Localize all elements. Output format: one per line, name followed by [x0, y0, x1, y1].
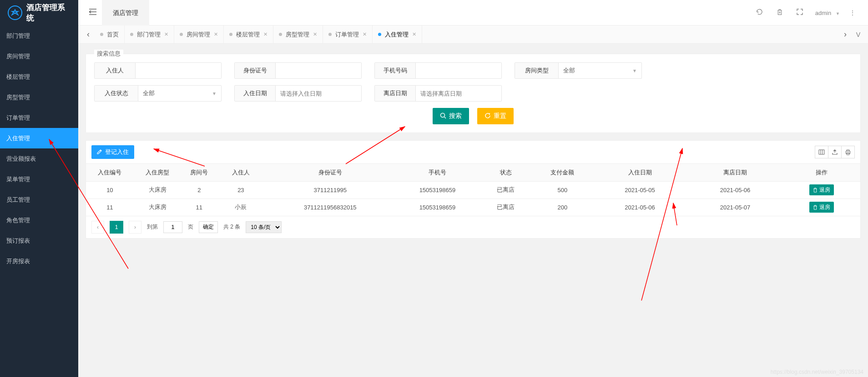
- brand-logo-icon: [7, 5, 23, 20]
- tab-label: 房型管理: [286, 31, 309, 39]
- trash-icon: [813, 188, 818, 193]
- page-size-select[interactable]: 10 条/页: [246, 221, 282, 233]
- sidebar-item-8[interactable]: 员工管理: [0, 189, 78, 210]
- page-tab-0[interactable]: 首页: [95, 25, 125, 44]
- tab-close-icon[interactable]: ✕: [164, 31, 168, 37]
- search-checkin-date: 入住日期: [234, 85, 362, 102]
- room-type-select[interactable]: 全部 ▼: [559, 63, 641, 78]
- tab-label: 入住管理: [385, 31, 409, 39]
- goto-label: 到第: [147, 223, 158, 231]
- status-select[interactable]: 全部 ▼: [138, 86, 221, 101]
- tab-next-icon[interactable]: ›: [839, 25, 852, 44]
- sidebar-item-9[interactable]: 角色管理: [0, 210, 78, 230]
- field-label: 入住状态: [95, 86, 138, 101]
- column-header: 操作: [783, 164, 860, 181]
- page-tab-1[interactable]: 部门管理✕: [125, 25, 174, 44]
- table-cell: 3711211995: [265, 181, 396, 199]
- sidebar-item-11[interactable]: 开房报表: [0, 251, 78, 271]
- column-header: 状态: [479, 164, 533, 181]
- sidebar-item-0[interactable]: 部门管理: [0, 25, 78, 46]
- register-checkin-button[interactable]: 登记入住: [91, 145, 134, 159]
- more-icon[interactable]: ⋮: [843, 9, 863, 16]
- fullscreen-icon[interactable]: [790, 9, 810, 16]
- tab-close-icon[interactable]: ✕: [214, 31, 218, 37]
- checkin-person-input[interactable]: [136, 63, 221, 78]
- goto-confirm-button[interactable]: 确定: [199, 221, 218, 233]
- column-header: 入住日期: [592, 164, 687, 181]
- page-tab-6[interactable]: 入住管理✕: [373, 25, 422, 44]
- content-area: 搜索信息 入住人 身份证号 手机号码 房间类型: [78, 44, 868, 377]
- sidebar-item-3[interactable]: 房型管理: [0, 87, 78, 107]
- table-cell: 2021-05-06: [687, 181, 782, 199]
- tab-label: 部门管理: [137, 31, 161, 39]
- user-name: admin: [812, 10, 834, 16]
- trash-icon[interactable]: [770, 9, 790, 17]
- search-legend: 搜索信息: [94, 50, 123, 58]
- column-header: 离店日期: [687, 164, 782, 181]
- chevron-down-icon: ▼: [212, 91, 217, 96]
- export-icon[interactable]: [828, 146, 842, 158]
- reset-button[interactable]: 重置: [477, 108, 514, 124]
- column-header: 入住人: [217, 164, 265, 181]
- edit-icon: [97, 149, 102, 156]
- field-label: 房间类型: [515, 63, 559, 78]
- sidebar-item-4[interactable]: 订单管理: [0, 107, 78, 128]
- phone-input[interactable]: [416, 63, 501, 78]
- tab-label: 房间管理: [187, 31, 210, 39]
- columns-icon[interactable]: [815, 146, 828, 158]
- search-button[interactable]: 搜索: [433, 108, 469, 124]
- column-header: 入住房型: [134, 164, 182, 181]
- refresh-icon[interactable]: [750, 9, 770, 17]
- tab-close-icon[interactable]: ✕: [313, 31, 317, 37]
- checkout-date-input[interactable]: [416, 86, 501, 101]
- tab-menu-icon[interactable]: ⋁: [852, 25, 864, 44]
- table-cell: 500: [533, 181, 592, 199]
- table-cell: 已离店: [479, 199, 533, 216]
- user-menu[interactable]: admin ▼: [810, 9, 843, 16]
- page-current[interactable]: 1: [110, 221, 123, 234]
- total-count: 共 2 条: [223, 223, 240, 231]
- tab-dot-icon: [130, 33, 133, 36]
- page-tab-4[interactable]: 房型管理✕: [273, 25, 323, 44]
- svg-point-0: [8, 6, 22, 20]
- page-tab-2[interactable]: 房间管理✕: [174, 25, 224, 44]
- tab-close-icon[interactable]: ✕: [363, 31, 367, 37]
- goto-page-input[interactable]: [163, 221, 182, 233]
- sidebar-item-1[interactable]: 房间管理: [0, 46, 78, 66]
- tab-close-icon[interactable]: ✕: [412, 31, 416, 37]
- page-prev-icon[interactable]: ‹: [91, 221, 104, 234]
- print-icon[interactable]: [841, 146, 855, 158]
- tab-dot-icon: [180, 33, 183, 36]
- page-suffix: 页: [188, 223, 193, 231]
- checkout-button[interactable]: 退房: [809, 202, 834, 213]
- field-label: 离店日期: [375, 86, 416, 101]
- tab-prev-icon[interactable]: ‹: [82, 25, 95, 44]
- page-next-icon[interactable]: ›: [129, 221, 141, 234]
- trash-icon: [813, 205, 818, 210]
- table-cell: 3711211956832015: [265, 199, 396, 216]
- table-header-row: 入住编号入住房型房间号入住人身份证号手机号状态支付金额入住日期离店日期操作: [86, 164, 860, 181]
- sidebar-item-10[interactable]: 预订报表: [0, 230, 78, 251]
- sidebar-item-6[interactable]: 营业额报表: [0, 148, 78, 169]
- sidebar-item-5[interactable]: 入住管理: [0, 128, 78, 148]
- checkin-date-input[interactable]: [276, 86, 361, 101]
- action-cell: 退房: [783, 181, 860, 199]
- id-number-input[interactable]: [276, 63, 361, 78]
- sidebar-toggle-icon[interactable]: [84, 9, 102, 17]
- field-label: 手机号码: [375, 63, 416, 78]
- checkout-button[interactable]: 退房: [809, 184, 834, 195]
- brand: 酒店管理系统: [0, 0, 78, 25]
- button-label: 重置: [494, 112, 506, 120]
- table-cell: 23: [217, 181, 265, 199]
- table-row: 10大床房223371121199515053198659已离店5002021-…: [86, 181, 860, 199]
- page-tab-3[interactable]: 楼层管理✕: [224, 25, 273, 44]
- tab-dot-icon: [328, 33, 332, 36]
- tab-close-icon[interactable]: ✕: [263, 31, 267, 37]
- search-checkout-date: 离店日期: [374, 85, 502, 102]
- top-tab-hotel-management[interactable]: 酒店管理: [102, 0, 149, 25]
- sidebar-item-2[interactable]: 楼层管理: [0, 66, 78, 87]
- page-tab-5[interactable]: 订单管理✕: [323, 25, 373, 44]
- svg-point-1: [441, 113, 445, 117]
- sidebar-item-7[interactable]: 菜单管理: [0, 169, 78, 189]
- tab-label: 首页: [107, 31, 119, 39]
